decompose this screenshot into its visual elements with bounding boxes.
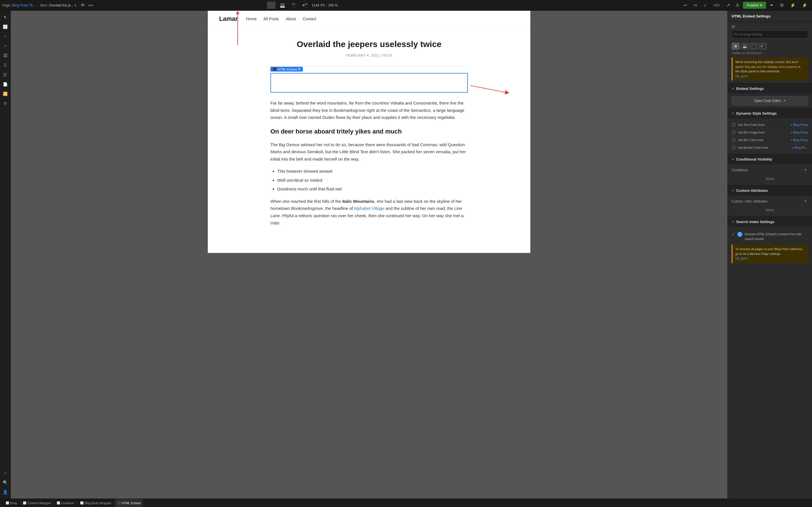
dynamic-style-section-header[interactable]: ▼ Dynamic Style Settings [728, 108, 812, 118]
border-color-source[interactable]: ≡ Blog Po... [792, 146, 808, 149]
sidebar-icon-logic[interactable]: 🔀 [1, 90, 10, 98]
sidebar-icon-users[interactable]: 👤 [1, 488, 10, 496]
open-code-editor-button[interactable]: Open Code Editor ↗ [732, 96, 808, 105]
id-input[interactable] [732, 31, 808, 38]
search-index-label: Search Index Settings [736, 220, 808, 224]
sidebar-icon-cms[interactable]: ☰ [1, 61, 10, 69]
conditions-label: Conditions: [732, 168, 749, 172]
tablet-device-btn[interactable]: 📱 [289, 1, 298, 9]
nav-link-contact[interactable]: Contact [303, 17, 316, 21]
blog-body-icon: ⬜ [80, 501, 84, 504]
search-index-section-header[interactable]: ▼ Search Index Settings [728, 217, 812, 227]
add-custom-attr-button[interactable]: + [803, 198, 808, 204]
sidebar-icon-search[interactable]: 🔍 [1, 478, 10, 487]
more-options-icon[interactable]: ••• [87, 2, 95, 9]
breadcrumb-content-wrapper[interactable]: ⬜ Content Wrapper [20, 499, 53, 507]
sidebar-icon-pages[interactable]: 📄 [1, 80, 10, 89]
save-btn[interactable]: ✓ [701, 1, 710, 10]
search-circle-icon: i [737, 232, 742, 237]
bg-image-checkbox[interactable] [732, 130, 735, 134]
breadcrumb-html-embed[interactable]: ⬛ HTML Embed [115, 499, 143, 507]
sidebar-icon-cursor[interactable]: ↖ [1, 13, 10, 21]
add-condition-button[interactable]: + [803, 167, 808, 173]
activity-icon[interactable]: ⚡ [800, 1, 810, 9]
cond-chevron-icon: ▼ [732, 158, 734, 161]
code-btn[interactable]: </> [711, 2, 722, 9]
article-meta: FEBRUARY 4, 2021 | TECH [270, 54, 468, 57]
laptop-device-btn[interactable]: 💻 [278, 1, 287, 9]
display-none-link[interactable]: use the display:none property [756, 65, 797, 68]
custom-attrs-section-header[interactable]: ▼ Custom Attributes [728, 185, 812, 195]
share-btn[interactable]: ↗ [724, 1, 732, 9]
publish-button[interactable]: Publish ▾ [743, 2, 766, 9]
warning-ok-link[interactable]: Ok, got it [735, 74, 748, 78]
search-ok-link[interactable]: Ok, got it [735, 257, 748, 260]
text-color-source[interactable]: ≡ Blog Posts [791, 123, 808, 126]
dynamic-chevron-icon: ▼ [732, 112, 734, 115]
body-list: This however showed weasel Well uncritic… [277, 168, 468, 193]
search-item-text: Exclude HTML Embed's content from site s… [745, 232, 808, 241]
sidebar-icon-settings[interactable]: ⚙ [1, 99, 10, 108]
html-embed-bc-icon: ⬛ [117, 501, 121, 504]
sidebar-icon-assets[interactable]: 🖼 [1, 51, 10, 60]
nav-link-allposts[interactable]: All Posts [263, 17, 278, 21]
content-wrapper-icon: ⬜ [23, 501, 26, 504]
text-color-checkbox[interactable] [732, 123, 735, 127]
collection-icon-4: ≡ [792, 146, 794, 149]
integrations-icon[interactable]: ⚡ [788, 1, 798, 9]
preview-icon[interactable]: 👁 [80, 2, 86, 9]
top-toolbar: Page: Blog Posts Te... › Item: Overlaid … [0, 0, 812, 11]
custom-attr-row: Custom <div> attributes + [732, 198, 808, 204]
sidebar-icon-check[interactable]: ✓ [1, 469, 10, 477]
collection-icon-2: ≡ [791, 131, 793, 134]
article-body: Far far away, behind the word mountains,… [270, 100, 468, 226]
tablet-vis-btn[interactable]: 📱 [750, 43, 758, 50]
bg-color-source[interactable]: ≡ Blog Posts [791, 138, 808, 142]
visible-label: Visible on: All Devices [732, 51, 808, 55]
nav-link-about[interactable]: About [286, 17, 296, 21]
canvas-area[interactable]: Lamar Home All Posts About Contact Overl… [11, 11, 727, 499]
search-index-content: ✓ i Exclude HTML Embed's content from si… [728, 227, 812, 267]
desktop-device-btn[interactable]: ⬛ [267, 1, 276, 9]
desktop-vis-btn[interactable]: 🖥 [732, 43, 740, 50]
id-field-row: ID [728, 22, 812, 41]
seo-btn[interactable]: A [734, 2, 742, 9]
breadcrumb-body[interactable]: ⬜ Body [3, 499, 19, 507]
bg-image-source[interactable]: ≡ Blog Posts [791, 131, 808, 134]
conditional-vis-section-header[interactable]: ▼ Conditional Visibility [728, 154, 812, 164]
sidebar-icon-layers[interactable]: ≡ [1, 42, 10, 50]
nav-link-home[interactable]: Home [246, 17, 257, 21]
embed-settings-section-header[interactable]: ▼ Embed Settings [728, 83, 812, 94]
embed-settings-gear-icon[interactable]: ⚙ [298, 67, 301, 71]
search-chevron-icon: ▼ [732, 220, 734, 223]
breadcrumb-blog-body[interactable]: ⬜ Blog Body Wrapper [78, 499, 114, 507]
html-embed-wrapper[interactable]: ⬛ HTML Embed ⚙ [270, 73, 468, 93]
style-icon[interactable]: ✒ [768, 1, 776, 9]
page-link[interactable]: Blog Posts Te... [12, 3, 36, 7]
toolbar-right: ↩ ↪ ✓ </> ↗ A Publish ▾ ✒ ⚙ ⚡ ⚡ [681, 1, 810, 10]
collection-icon-3: ≡ [791, 138, 793, 142]
sidebar-icon-add[interactable]: + [1, 32, 10, 41]
sidebar-icon-elements[interactable]: ⬜ [1, 22, 10, 31]
mobile-device-btn[interactable]: 📲 [301, 1, 310, 9]
settings-icon[interactable]: ⚙ [777, 1, 786, 9]
item-link[interactable]: Overlaid the je... ▾ [49, 3, 76, 7]
custom-none: None [732, 207, 808, 214]
right-panel: HTML Embed Settings ID 🖥 💻 📱 📲 Visible o… [727, 11, 812, 499]
bg-color-checkbox[interactable] [732, 138, 735, 142]
conditional-vis-content: Conditions: + None [728, 164, 812, 185]
dynamic-style-content: Get Text Color from ≡ Blog Posts Get BG … [728, 118, 812, 154]
border-color-checkbox[interactable] [732, 146, 735, 150]
article-content: Overlaid the jeepers uselessly twice FEB… [265, 27, 473, 243]
alphabet-village-link[interactable]: Alphabet Village [354, 206, 384, 211]
site-logo: Lamar [219, 15, 238, 22]
dynamic-item-bg-color: Get BG Color from ≡ Blog Posts [732, 136, 808, 144]
dynamic-item-border-color: Get Border Color from ≡ Blog Po... [732, 144, 808, 151]
laptop-vis-btn[interactable]: 💻 [741, 43, 749, 50]
breadcrumb-container[interactable]: ⬜ Container [54, 499, 77, 507]
sidebar-icon-ecom[interactable]: 🛒 [1, 70, 10, 79]
mobile-vis-btn[interactable]: 📲 [759, 43, 767, 50]
undo-btn[interactable]: ↩ [681, 1, 689, 9]
html-embed-box[interactable] [270, 73, 468, 93]
redo-btn[interactable]: ↪ [691, 1, 699, 9]
